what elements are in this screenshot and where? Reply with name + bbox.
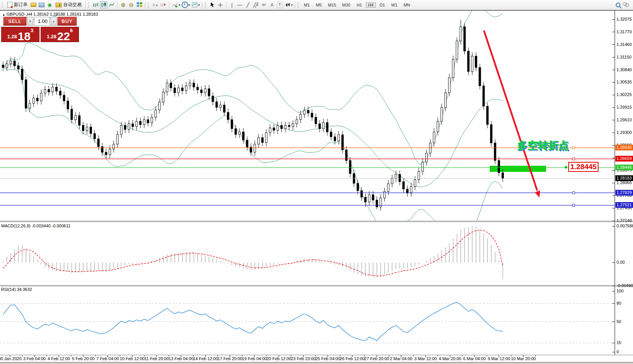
price-callout-box[interactable]: 1.28445 [568,162,599,172]
timeframe-button-D1[interactable]: D1 [377,2,387,8]
axis-tick-label: 1.32075 [617,17,632,21]
auto-scroll-icon[interactable] [152,1,159,8]
axis-tick-label: 1.30225 [617,92,632,97]
trendline-tool-icon[interactable]: ╱ [244,1,252,8]
line-chart-icon[interactable] [108,1,115,8]
arrows-tool-icon[interactable] [284,1,291,8]
axis-tick-label: 1.31770 [617,29,632,34]
buy-button[interactable]: BUY [57,17,77,26]
auto-trading-button[interactable]: 自动交易 [54,1,83,9]
arrows-dropdown-caret[interactable]: ▾ [291,3,293,7]
axis-tick-label: 80 [617,301,621,305]
hline-handle [572,158,575,160]
zoom-in-icon[interactable]: ⊕ [120,1,127,8]
fibonacci-tool-icon[interactable]: ≡F [261,1,268,8]
search-icon[interactable] [614,1,622,8]
timeframe-button-MN[interactable]: MN [401,2,412,8]
new-order-icon [7,2,12,8]
price-level-label: 1.28183 [615,175,633,181]
candles-layer [2,20,504,211]
turning-point-annotation[interactable]: 多空转折点 [517,139,569,152]
history-center-icon[interactable] [30,1,37,8]
clock-dropdown-caret[interactable]: ▾ [189,3,190,7]
bid-prefix: 1.28 [7,33,17,41]
axis-tick-label: 1.31150 [617,55,631,59]
timeframe-button-M15[interactable]: M15 [326,2,338,8]
volume-input[interactable]: 1.00 [34,17,50,26]
bid-pipette: 3 [31,28,33,33]
separator [85,2,85,8]
axis-tick-label: 1.30840 [617,67,632,72]
timeframe-button-M5[interactable]: M5 [313,2,324,8]
text-label-tool-icon[interactable]: T [277,2,283,8]
timeframe-group: M1M5M15M30H1H4D1W1MN [302,2,412,8]
separator [226,2,226,8]
volume-decrease-button[interactable]: ▾ [27,17,33,26]
volume-increase-button[interactable]: ▴ [51,17,57,26]
cursor-icon[interactable] [209,1,216,8]
new-order-button[interactable]: 新订单 [6,1,29,9]
vertical-line-tool-icon[interactable]: | [228,1,236,8]
hline-handle [572,147,575,149]
chart-shift-icon[interactable] [160,1,167,8]
channel-tool-icon[interactable]: ╱╱E [253,1,260,8]
timeframe-button-M30[interactable]: M30 [340,2,353,8]
bollinger-bands [3,10,503,241]
timeframe-button-H4[interactable]: H4 [366,2,376,8]
timeframe-button-W1[interactable]: W1 [389,2,400,8]
chat-icon[interactable] [622,1,630,8]
axis-tick-label: 1.29610 [617,118,632,122]
timeframe-button-M1[interactable]: M1 [302,2,312,8]
callout-handle[interactable] [565,166,567,168]
ask-pipette: 6 [70,28,73,33]
price-level-label: 1.28445 [615,165,633,170]
axis-tick-label: 100 [617,289,623,293]
toolbar-grip [205,2,207,8]
bar-chart-icon[interactable] [92,1,99,8]
timeframe-clock-icon[interactable] [181,1,189,8]
ask-prefix: 1.28 [47,33,56,41]
macd-layer [3,226,503,279]
auto-trading-icon [56,3,62,7]
ask-big-digits: 22 [57,31,70,41]
window-bottom-edge [0,362,633,364]
bid-big-digits: 18 [18,31,30,41]
templates-dropdown-caret[interactable]: ▾ [198,3,200,7]
zoom-out-icon[interactable]: ⊖ [128,1,135,8]
separator [295,2,295,8]
chart-collapse-icon[interactable]: ▲ [2,13,5,16]
axis-tick-label: 1.31460 [617,42,632,47]
ask-price-display[interactable]: 1.28 22 6 [41,27,79,42]
indicators-dropdown-caret[interactable]: ▾ [179,3,180,7]
tile-windows-icon[interactable] [136,1,143,8]
chart-ohlc-values: 1.28162 1.28188 1.28161 1.28183 [33,12,98,16]
crosshair-icon[interactable] [217,1,224,8]
toolbar-grip [298,2,300,8]
price-level-label: 1.28930 [615,145,633,150]
timeframe-button-H1[interactable]: H1 [354,2,364,8]
axis-tick-label: 50 [617,319,621,324]
horizontal-line-tool-icon[interactable]: — [236,1,244,8]
separator [145,2,145,8]
chart-symbol: GBPUSD-,H4 [7,12,32,16]
auto-trading-label: 自动交易 [63,2,82,8]
separator [169,2,169,8]
sell-button[interactable]: SELL [3,17,26,26]
candlestick-chart-icon[interactable] [100,1,107,8]
chart-title: ▲ GBPUSD-,H4 1.28162 1.28188 1.28161 1.2… [2,12,98,16]
chart-canvas[interactable] [0,10,633,364]
text-tool-icon[interactable]: A [269,1,276,8]
axis-tick-label: 15 [617,340,621,345]
signal-icon[interactable]: ◉ [46,1,53,8]
price-level-label: 1.27829 [615,190,633,196]
axis-tick-label: 1.28065 [617,180,632,185]
separator [117,2,118,8]
market-watch-icon[interactable] [38,1,45,8]
axis-tick-label: 0.007586 [617,224,633,228]
indicators-icon[interactable] [171,1,179,8]
bid-price-display[interactable]: 1.28 18 3 [1,27,39,42]
new-order-label: 新订单 [14,2,28,8]
templates-icon[interactable] [191,1,198,8]
hline-handle [572,204,575,206]
axis-tick-label: 0.00 [617,260,625,264]
